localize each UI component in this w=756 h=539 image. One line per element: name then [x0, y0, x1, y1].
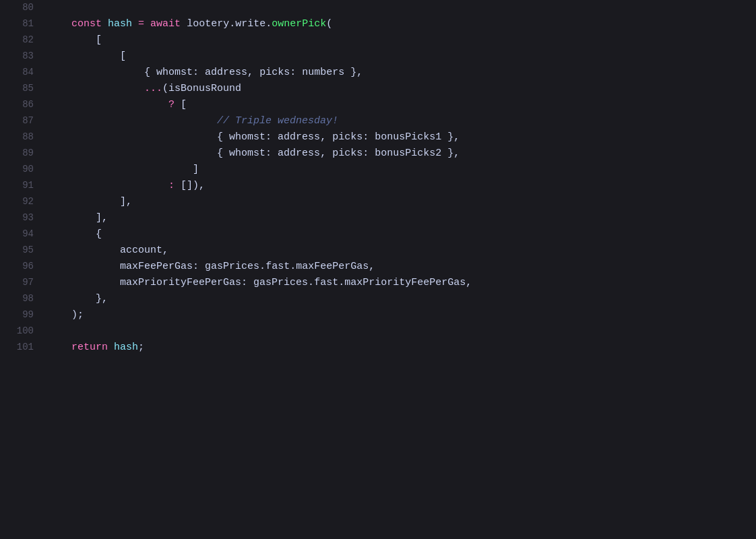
line-number: 97	[0, 275, 47, 290]
code-line: 87 // Triple wednesday!	[0, 113, 756, 129]
code-line: 98 },	[0, 291, 756, 307]
code-line: 88 { whomst: address, picks: bonusPicks1…	[0, 129, 756, 146]
line-code: ...(isBonusRound	[47, 81, 241, 97]
line-number: 82	[0, 32, 47, 47]
code-line: 99 );	[0, 307, 756, 323]
code-line: 86 ? [	[0, 97, 756, 113]
code-line: 94 {	[0, 226, 756, 243]
code-line: 91 : []),	[0, 178, 756, 194]
code-line: 84 { whomst: address, picks: numbers },	[0, 65, 756, 81]
line-code: return hash;	[47, 340, 144, 356]
line-code: ]	[47, 162, 199, 178]
line-number: 98	[0, 291, 47, 306]
line-number: 86	[0, 97, 47, 112]
code-line: 80	[0, 0, 756, 16]
line-code: [	[47, 49, 126, 65]
code-line: 96 maxFeePerGas: gasPrices.fast.maxFeePe…	[0, 259, 756, 275]
line-number: 80	[0, 0, 47, 15]
code-line: 95 account,	[0, 243, 756, 259]
line-number: 89	[0, 146, 47, 160]
line-number: 92	[0, 194, 47, 209]
line-number: 99	[0, 307, 47, 322]
line-code: { whomst: address, picks: numbers },	[47, 65, 363, 81]
line-number: 96	[0, 259, 47, 274]
line-code: { whomst: address, picks: bonusPicks2 },	[47, 146, 460, 162]
line-code: maxFeePerGas: gasPrices.fast.maxFeePerGa…	[47, 259, 375, 275]
code-line: 89 { whomst: address, picks: bonusPicks2…	[0, 146, 756, 162]
line-number: 91	[0, 178, 47, 193]
code-line: 82 [	[0, 32, 756, 49]
line-number: 84	[0, 65, 47, 80]
line-code: {	[47, 226, 102, 243]
line-code: ? [	[47, 97, 187, 113]
line-number: 83	[0, 49, 47, 63]
code-line: 90 ]	[0, 162, 756, 178]
line-number: 87	[0, 113, 47, 128]
line-number: 94	[0, 226, 47, 241]
line-number: 100	[0, 323, 47, 338]
line-code: { whomst: address, picks: bonusPicks1 },	[47, 129, 460, 146]
line-code: ],	[47, 194, 132, 210]
line-code: const hash = await lootery.write.ownerPi…	[47, 16, 332, 32]
line-number: 81	[0, 16, 47, 31]
code-line: 101 return hash;	[0, 340, 756, 356]
line-code: );	[47, 307, 84, 323]
line-number: 90	[0, 162, 47, 177]
code-line: 81 const hash = await lootery.write.owne…	[0, 16, 756, 32]
line-number: 85	[0, 81, 47, 96]
line-code: maxPriorityFeePerGas: gasPrices.fast.max…	[47, 275, 472, 291]
line-number: 93	[0, 210, 47, 225]
line-code: [	[47, 32, 102, 49]
code-line: 85 ...(isBonusRound	[0, 81, 756, 97]
code-line: 83 [	[0, 49, 756, 65]
code-editor: 8081 const hash = await lootery.write.ow…	[0, 0, 756, 539]
line-number: 101	[0, 340, 47, 354]
line-number: 88	[0, 129, 47, 144]
line-code: account,	[47, 243, 168, 259]
code-line: 100	[0, 323, 756, 340]
code-line: 97 maxPriorityFeePerGas: gasPrices.fast.…	[0, 275, 756, 291]
line-code: ],	[47, 210, 108, 226]
line-code: },	[47, 291, 108, 307]
code-line: 93 ],	[0, 210, 756, 226]
line-code: // Triple wednesday!	[47, 113, 338, 129]
code-line: 92 ],	[0, 194, 756, 210]
line-number: 95	[0, 243, 47, 257]
line-code: : []),	[47, 178, 205, 194]
